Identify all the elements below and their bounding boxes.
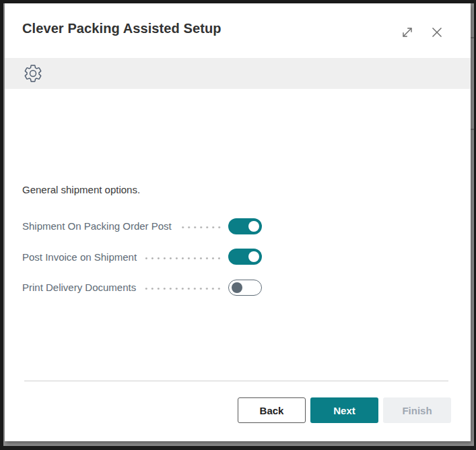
settings-gear-icon[interactable] xyxy=(22,63,44,84)
expand-icon[interactable] xyxy=(399,24,415,40)
toolbar-band xyxy=(5,58,471,89)
field-row-shipment-on-packing-order-post: Shipment On Packing Order Post xyxy=(22,211,262,242)
finish-button[interactable]: Finish xyxy=(383,397,451,423)
dotted-leader xyxy=(143,287,222,290)
toggle-post-invoice-on-shipment[interactable] xyxy=(228,249,262,265)
intro-text: General shipment options. xyxy=(22,184,140,195)
dotted-leader xyxy=(178,226,222,229)
dialog-title: Clever Packing Assisted Setup xyxy=(22,21,222,36)
field-list: Shipment On Packing Order Post Post Invo… xyxy=(22,211,262,303)
close-icon[interactable] xyxy=(429,24,445,40)
next-button[interactable]: Next xyxy=(310,397,378,423)
footer-separator xyxy=(24,381,448,381)
field-row-post-invoice-on-shipment: Post Invoice on Shipment xyxy=(22,242,262,273)
window-controls xyxy=(399,24,445,40)
toggle-shipment-on-packing-order-post[interactable] xyxy=(228,218,262,234)
screenshot-frame: Clever Packing Assisted Setup xyxy=(0,0,476,450)
toggle-knob xyxy=(248,251,259,262)
back-button[interactable]: Back xyxy=(238,397,306,423)
dotted-leader xyxy=(143,257,222,260)
toggle-print-delivery-documents[interactable] xyxy=(228,280,262,296)
toggle-knob xyxy=(248,221,259,232)
page-backdrop: Clever Packing Assisted Setup xyxy=(3,3,474,446)
field-label: Post Invoice on Shipment xyxy=(22,251,137,263)
field-label: Shipment On Packing Order Post xyxy=(22,220,172,232)
field-label: Print Delivery Documents xyxy=(22,282,136,293)
field-row-print-delivery-documents: Print Delivery Documents xyxy=(22,272,262,303)
assisted-setup-dialog: Clever Packing Assisted Setup xyxy=(5,3,471,441)
footer-buttons: Back Next Finish xyxy=(238,397,451,423)
toggle-knob xyxy=(232,282,242,293)
